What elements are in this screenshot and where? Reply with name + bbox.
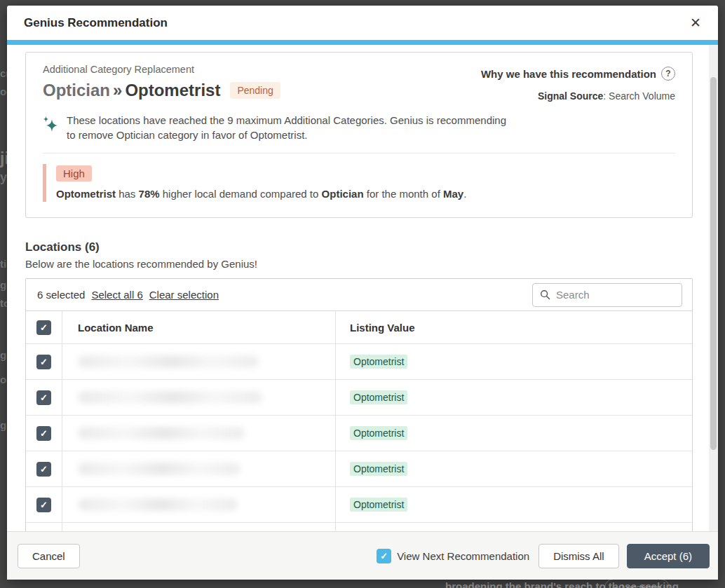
why-recommendation-text: Why we have this recommendation xyxy=(481,68,656,80)
row-checkbox[interactable] xyxy=(36,426,51,441)
row-checkbox[interactable] xyxy=(36,390,51,405)
card-divider xyxy=(43,153,675,153)
location-pin-icon: ● xyxy=(614,584,617,588)
selected-count: 6 selected xyxy=(37,289,85,301)
impact-month: May xyxy=(443,188,463,200)
heading-row: Optician»Optometrist Pending xyxy=(43,80,280,101)
table-row-partial xyxy=(26,522,692,531)
card-left: Additional Category Replacement Optician… xyxy=(43,64,280,101)
header-checkbox-cell xyxy=(26,311,62,343)
search-icon xyxy=(540,289,550,301)
column-header-location-name: Location Name xyxy=(62,311,336,343)
table-toolbar: 6 selected Select all 6 Clear selection xyxy=(26,279,692,310)
help-icon[interactable]: ? xyxy=(661,67,675,81)
status-badge: Pending xyxy=(230,82,280,99)
scrollbar-thumb[interactable] xyxy=(710,77,717,450)
close-icon: ✕ xyxy=(690,15,701,30)
table-header-row: Location Name Listing Value xyxy=(26,310,692,343)
locations-pill-fragment: ● Locations xyxy=(604,579,670,588)
location-name-redacted xyxy=(78,355,259,368)
modal-body: Additional Category Replacement Optician… xyxy=(7,45,718,531)
impact-block: High Optometrist has 78% higher local de… xyxy=(43,164,675,202)
screen: cr oo ji y ti go to go or go broadening … xyxy=(0,0,725,588)
impact-percentage: 78% xyxy=(139,188,160,200)
listing-value-chip: Optometrist xyxy=(350,498,407,512)
location-name-redacted xyxy=(78,427,245,439)
card-top: Additional Category Replacement Optician… xyxy=(43,64,675,102)
listing-value-chip: Optometrist xyxy=(350,355,407,369)
locations-heading: Locations (6) xyxy=(25,240,693,254)
to-category: Optometrist xyxy=(125,81,220,100)
pill-label: Locations xyxy=(621,582,660,588)
view-next-text: View Next Recommendation xyxy=(397,550,529,562)
modal-title: Genius Recommendation xyxy=(24,16,168,30)
table-row: Optometrist xyxy=(26,343,692,379)
row-checkbox[interactable] xyxy=(36,498,51,512)
impact-from-category: Optician xyxy=(322,188,364,200)
modal-footer: Cancel View Next Recommendation Dismiss … xyxy=(7,531,718,580)
category-type-label: Additional Category Replacement xyxy=(43,64,280,75)
row-checkbox[interactable] xyxy=(36,355,51,369)
selection-group: 6 selected Select all 6 Clear selection xyxy=(37,289,219,301)
column-header-listing-value: Listing Value xyxy=(336,311,692,343)
genius-recommendation-modal: Genius Recommendation ✕ Additional Categ… xyxy=(7,6,718,580)
modal-scrollbar[interactable] xyxy=(709,45,718,531)
recommendation-summary: These locations have reached the 9 maxim… xyxy=(43,114,675,142)
locations-table: 6 selected Select all 6 Clear selection xyxy=(25,278,693,531)
view-next-checkbox[interactable] xyxy=(377,549,391,563)
signal-source: Signal Source: Search Volume xyxy=(481,90,675,102)
recommendation-card: Additional Category Replacement Optician… xyxy=(25,52,693,218)
footer-actions: View Next Recommendation Dismiss All Acc… xyxy=(377,544,710,568)
background-fragment: y xyxy=(0,170,7,185)
dismiss-all-button[interactable]: Dismiss All xyxy=(538,544,619,568)
location-name-redacted xyxy=(78,498,238,511)
table-row: Optometrist xyxy=(26,486,692,522)
search-input[interactable] xyxy=(556,289,675,301)
listing-value-chip: Optometrist xyxy=(350,462,407,476)
cancel-button[interactable]: Cancel xyxy=(18,544,80,568)
select-all-checkbox[interactable] xyxy=(36,320,51,335)
why-recommendation-link[interactable]: Why we have this recommendation ? xyxy=(481,67,675,81)
accept-button[interactable]: Accept (6) xyxy=(627,544,710,568)
search-input-wrapper[interactable] xyxy=(532,283,682,307)
table-row: Optometrist xyxy=(26,379,692,415)
listing-value-chip: Optometrist xyxy=(350,390,407,404)
clear-selection-link[interactable]: Clear selection xyxy=(149,289,219,301)
locations-subtitle: Below are the locations recommended by G… xyxy=(25,258,693,270)
close-button[interactable]: ✕ xyxy=(687,13,704,32)
impact-text: Optometrist has 78% higher local demand … xyxy=(56,188,675,200)
location-name-redacted xyxy=(78,463,240,475)
view-next-checkbox-label[interactable]: View Next Recommendation xyxy=(377,549,529,563)
location-name-redacted xyxy=(78,391,262,404)
sparkles-icon xyxy=(43,116,58,132)
severity-badge: High xyxy=(56,165,92,182)
background-fragment: ti xyxy=(0,258,6,270)
category-replacement-heading: Optician»Optometrist xyxy=(43,80,220,101)
signal-source-label: Signal Source xyxy=(538,90,603,102)
card-right: Why we have this recommendation ? Signal… xyxy=(481,64,675,102)
accent-bar xyxy=(7,40,718,45)
arrow-separator: » xyxy=(113,81,122,100)
from-category: Optician xyxy=(43,81,110,100)
impact-to-category: Optometrist xyxy=(56,188,116,200)
row-checkbox[interactable] xyxy=(36,462,51,477)
select-all-link[interactable]: Select all 6 xyxy=(91,289,142,301)
recommendation-description: These locations have reached the 9 maxim… xyxy=(67,114,510,142)
signal-source-value: : Search Volume xyxy=(603,90,675,102)
table-row: Optometrist xyxy=(26,451,692,486)
table-row: Optometrist xyxy=(26,415,692,451)
listing-value-chip: Optometrist xyxy=(350,426,407,440)
modal-header: Genius Recommendation ✕ xyxy=(7,6,718,40)
